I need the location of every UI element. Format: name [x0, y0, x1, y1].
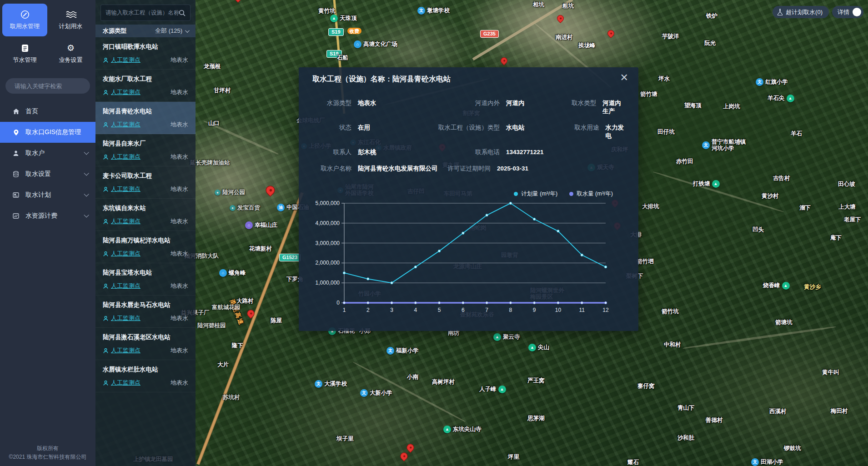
sidebar-item-1[interactable]: 首页 [0, 101, 95, 122]
svg-text:5: 5 [438, 307, 441, 313]
station-search-input[interactable] [105, 10, 179, 16]
over-plan-label: 超计划取水(0) [786, 8, 823, 16]
list-item-station[interactable]: 陆河县水唇走马石水电站人工监测点地表水 [95, 296, 196, 328]
red-pin-marker[interactable] [264, 184, 277, 197]
map-label: 青山下 [677, 405, 695, 411]
map-label: 溜下 [799, 205, 811, 211]
sidebar-item-3[interactable]: 取水户 [0, 143, 95, 164]
map-label: 坪水 [658, 75, 670, 82]
svg-text:4,000,000: 4,000,000 [316, 220, 340, 226]
sidebar-item-label: 取水户 [25, 149, 45, 157]
module-button-1[interactable]: 取用水管理 [2, 4, 47, 36]
legend-label: 取水量 (m³/年) [577, 190, 613, 198]
legend-item[interactable]: 计划量 (m³/年) [514, 190, 557, 198]
legend-label: 计划量 (m³/年) [521, 190, 557, 198]
person-icon [103, 154, 109, 160]
manual-monitor-link[interactable]: 人工监测点 [103, 250, 140, 258]
svg-text:3,000,000: 3,000,000 [316, 240, 340, 246]
station-search [100, 5, 191, 21]
manual-monitor-link[interactable]: 人工监测点 [103, 346, 140, 355]
map-label: 严王窝 [527, 377, 545, 384]
filter-dropdown[interactable]: 全部 (125) [155, 27, 188, 35]
toggle-knob[interactable] [853, 8, 861, 16]
map-label: 山口 [208, 120, 220, 126]
map-label: 上大塘 [838, 204, 856, 210]
map-label: 阮光 [704, 40, 716, 46]
sidebar-item-label: 取水计划 [25, 191, 51, 199]
module-label: 计划用水 [59, 22, 83, 30]
module-button-3[interactable]: 节水管理 [2, 37, 47, 70]
modal-title: 取水工程（设施）名称：陆河县青砼水电站 [312, 75, 451, 84]
list-item-station[interactable]: 水唇镇水栏肚水电站人工监测点地表水 [95, 360, 196, 392]
map-valley-path [682, 326, 836, 349]
monitor-label: 人工监测点 [111, 250, 140, 258]
red-pin-marker[interactable] [556, 14, 565, 23]
list-item-station[interactable]: 麦卡公司取水工程人工监测点地表水 [95, 166, 196, 199]
manual-monitor-link[interactable]: 人工监测点 [103, 185, 140, 193]
water-source-type: 地表水 [171, 250, 188, 258]
list-item-station[interactable]: 陆河县青砼水电站人工监测点地表水 [95, 102, 196, 134]
red-pin-marker[interactable] [233, 0, 243, 3]
map-label: 大片 [217, 361, 229, 368]
map-label: 箭塘坑 [775, 319, 793, 326]
map-label: 思茅湖 [527, 415, 545, 421]
red-pin-marker[interactable] [405, 442, 416, 453]
source-type-filter-row: 水源类型 全部 (125) [95, 25, 196, 37]
list-item-station[interactable]: 友能水厂取水工程人工监测点地表水 [95, 70, 196, 102]
list-item-station[interactable]: 东坑镇自来水站人工监测点地表水 [95, 199, 196, 231]
map-label: ⌂幸福山庄 [245, 221, 277, 229]
module-button-2[interactable]: 计划用水 [48, 4, 93, 36]
field-label: 取水户名称 [312, 165, 351, 173]
waves-icon [65, 10, 76, 19]
list-item-station[interactable]: 陆河县自来水厂人工监测点地表水 [95, 134, 196, 166]
manual-monitor-link[interactable]: 人工监测点 [103, 282, 140, 290]
sidebar-search-input[interactable] [15, 83, 95, 90]
sidebar-item-6[interactable]: 水资源计费 [0, 205, 95, 226]
map-label: 箭竹坑 [662, 308, 679, 315]
manual-monitor-link[interactable]: 人工监测点 [103, 314, 140, 322]
map-label: ▲东坑尖山寺 [443, 426, 482, 433]
field-value: 在用 [358, 124, 370, 132]
sidebar-item-2[interactable]: 取水口GIS信息管理 [0, 122, 95, 143]
map-label: 沙和肚 [677, 435, 695, 441]
map-label: ⌂螺角峰 [219, 269, 246, 277]
map-label: G235 [480, 30, 499, 38]
red-pin-marker[interactable] [606, 29, 616, 38]
map-label: 文福新小学 [386, 347, 419, 355]
map-label: 耀石 [627, 459, 639, 466]
school-icon: 文 [756, 78, 763, 86]
water-source-type: 地表水 [171, 217, 188, 225]
water-source-type: 地表水 [171, 282, 188, 290]
list-item-station[interactable]: 陆河县宝塔水电站人工监测点地表水 [95, 263, 196, 296]
card-icon [12, 192, 20, 198]
station-name: 水唇镇水栏肚水电站 [103, 366, 188, 374]
list-item-station[interactable]: 河口镇唱歌潭水电站人工监测点地表水 [95, 37, 196, 70]
svg-text:2,000,000: 2,000,000 [316, 260, 340, 266]
manual-monitor-link[interactable]: 人工监测点 [103, 56, 140, 64]
close-icon[interactable]: ✕ [620, 73, 628, 83]
sidebar-item-5[interactable]: 取水计划 [0, 185, 95, 205]
intake-chart: 01,000,0002,000,0003,000,0004,000,0005,0… [308, 199, 629, 318]
sidebar: 取用水管理计划用水节水管理⚙业务设置 首页取水口GIS信息管理取水户取水设置取水… [0, 0, 95, 466]
list-item-station[interactable]: 陆河县南万镇杞洋水电站人工监测点地表水 [95, 231, 196, 263]
map-label: 大路村 [236, 298, 254, 304]
manual-monitor-link[interactable]: 人工监测点 [103, 217, 140, 225]
red-pin-marker[interactable] [399, 451, 409, 461]
svg-text:6: 6 [462, 307, 465, 313]
map-label: 箭竹垇 [637, 258, 654, 265]
legend-item[interactable]: 取水量 (m³/年) [569, 190, 613, 198]
list-item-station[interactable]: 陆河县激石溪老区水电站人工监测点地表水 [95, 328, 196, 360]
detail-toggle[interactable]: 详情 [832, 6, 863, 18]
over-plan-intake-button[interactable]: 超计划取水(0) [773, 6, 829, 18]
module-button-4[interactable]: ⚙业务设置 [48, 37, 93, 70]
monitor-label: 人工监测点 [111, 346, 140, 355]
footer-line1: 版权所有 [0, 444, 95, 453]
manual-monitor-link[interactable]: 人工监测点 [103, 88, 140, 96]
red-pin-marker[interactable] [499, 56, 509, 65]
search-icon[interactable] [179, 10, 186, 16]
sidebar-item-4[interactable]: 取水设置 [0, 164, 95, 185]
manual-monitor-link[interactable]: 人工监测点 [103, 120, 140, 129]
manual-monitor-link[interactable]: 人工监测点 [103, 153, 140, 161]
chevron-down-icon [84, 212, 89, 217]
manual-monitor-link[interactable]: 人工监测点 [103, 379, 140, 387]
